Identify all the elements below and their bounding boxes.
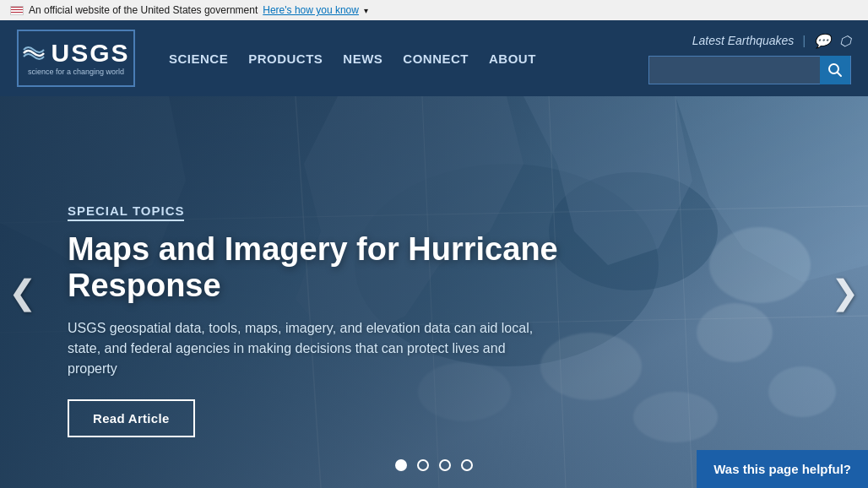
header-top-right: Latest Earthquakes | 💬 ⬡ <box>692 33 851 49</box>
hero-description: USGS geospatial data, tools, maps, image… <box>68 318 557 379</box>
usgs-waves-icon <box>22 41 46 65</box>
slider-next-button[interactable]: ❯ <box>831 273 860 312</box>
chat-icon[interactable]: 💬 <box>814 33 831 49</box>
nav-item-connect[interactable]: CONNECT <box>403 48 469 69</box>
gov-banner-text: An official website of the United States… <box>29 4 258 16</box>
site-header: USGS science for a changing world SCIENC… <box>0 20 868 96</box>
search-bar <box>648 56 851 84</box>
divider: | <box>802 34 806 47</box>
slider-dots <box>395 459 473 471</box>
special-topics-label: SPECIAL TOPICS <box>68 203 184 221</box>
search-input[interactable] <box>649 63 820 77</box>
read-article-button[interactable]: Read Article <box>68 399 195 437</box>
nav-item-news[interactable]: NEWS <box>343 48 382 69</box>
slider-dot-2[interactable] <box>417 459 429 471</box>
how-you-know-link[interactable]: Here's how you know <box>263 4 359 16</box>
svg-line-2 <box>838 72 842 76</box>
slider-dot-1[interactable] <box>395 459 407 471</box>
main-nav: SCIENCE PRODUCTS NEWS CONNECT ABOUT <box>169 48 536 69</box>
helpful-button[interactable]: Was this page helpful? <box>697 450 868 488</box>
us-flag-icon <box>10 6 24 15</box>
nav-item-science[interactable]: SCIENCE <box>169 48 228 69</box>
nav-item-products[interactable]: PRODUCTS <box>248 48 323 69</box>
logo-area: USGS science for a changing world <box>17 30 135 87</box>
gov-banner: An official website of the United States… <box>0 0 868 20</box>
search-icon <box>827 62 843 78</box>
share-icon[interactable]: ⬡ <box>839 33 851 49</box>
hero-title: Maps and Imagery for Hurricane Response <box>68 231 591 305</box>
nav-item-about[interactable]: ABOUT <box>489 48 536 69</box>
logo-tagline: science for a changing world <box>28 68 124 76</box>
slider-dot-4[interactable] <box>461 459 473 471</box>
search-button[interactable] <box>820 56 850 84</box>
usgs-text: USGS <box>51 41 129 66</box>
slider-dot-3[interactable] <box>439 459 451 471</box>
usgs-logo[interactable]: USGS science for a changing world <box>17 30 135 87</box>
header-right: Latest Earthquakes | 💬 ⬡ <box>648 33 851 84</box>
chevron-down-icon: ▾ <box>364 6 368 15</box>
hero-content: SPECIAL TOPICS Maps and Imagery for Hurr… <box>68 203 591 437</box>
hero-section: ❮ ❯ SPECIAL TOPICS Maps and Imagery for … <box>0 96 868 488</box>
slider-prev-button[interactable]: ❮ <box>8 273 37 312</box>
latest-earthquakes-link[interactable]: Latest Earthquakes <box>692 34 795 47</box>
